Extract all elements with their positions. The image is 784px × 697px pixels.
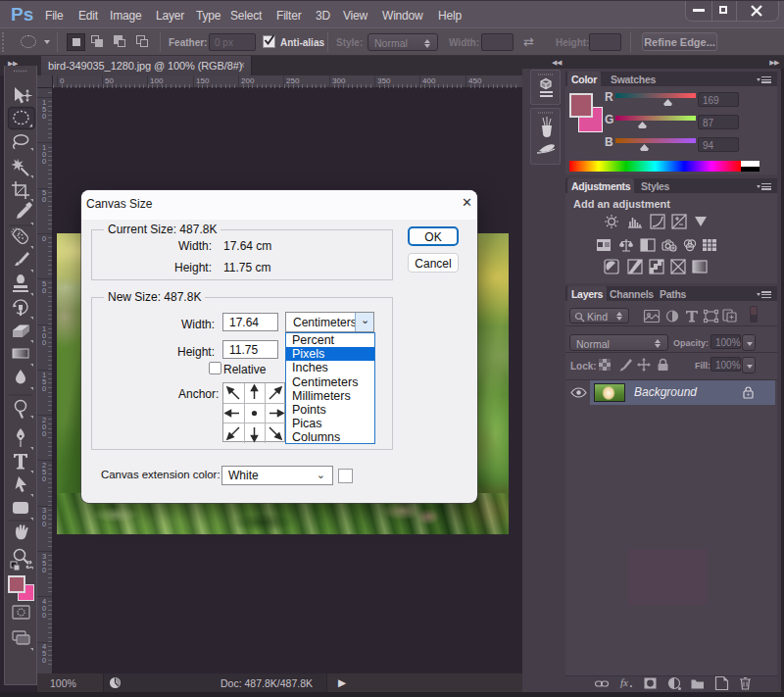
svg-text:fx: fx xyxy=(620,676,628,688)
